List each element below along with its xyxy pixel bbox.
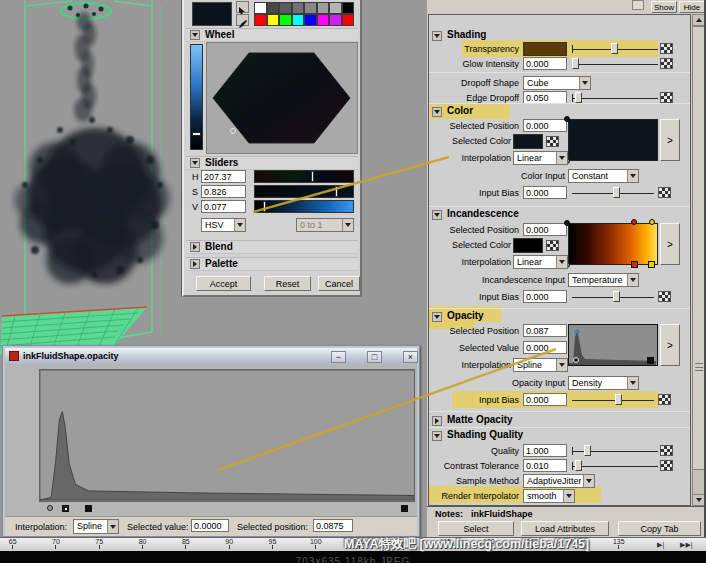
glow-intensity-slider[interactable] [572, 58, 658, 70]
color-input-select[interactable]: Constant [568, 169, 639, 183]
incand-input-bias-input[interactable] [523, 290, 567, 303]
curve-marker[interactable] [647, 357, 654, 364]
gray-swatch[interactable] [292, 2, 305, 14]
opacity-input-select[interactable]: Density [568, 376, 639, 390]
value-slider[interactable] [254, 200, 354, 213]
checker-map-icon[interactable] [660, 460, 673, 471]
checker-map-icon[interactable] [658, 187, 671, 198]
checker-map-icon[interactable] [658, 291, 671, 302]
maximize-icon[interactable] [367, 351, 382, 363]
color-wheel-area[interactable] [206, 42, 358, 154]
gray-swatch[interactable] [317, 2, 330, 14]
saturation-input[interactable] [201, 185, 246, 198]
gray-swatch[interactable] [304, 2, 317, 14]
color-ramp[interactable] [568, 119, 658, 161]
transparency-slider[interactable] [572, 43, 658, 55]
expand-icon[interactable] [190, 242, 200, 252]
incandescence-input-select[interactable]: Temperature [568, 273, 639, 287]
transparency-swatch[interactable] [523, 42, 567, 56]
color-swatch[interactable] [317, 14, 330, 26]
opacity-input-bias-input[interactable] [523, 393, 567, 406]
graph-key-marker[interactable] [47, 505, 53, 511]
opacity-curve[interactable] [40, 412, 414, 500]
ramp-expand-button[interactable]: > [660, 119, 680, 161]
opacity-curve-graph[interactable] [39, 369, 415, 502]
cursor-tool-button[interactable] [236, 1, 249, 13]
color-wheel-hexagon[interactable] [207, 43, 357, 153]
glow-intensity-input[interactable] [523, 57, 567, 70]
hue-slider[interactable] [254, 170, 354, 183]
value-bar-handle[interactable] [192, 132, 201, 136]
window-titlebar[interactable]: inkFluidShape.opacity [5, 348, 417, 364]
gray-swatch[interactable] [342, 2, 355, 14]
range-select[interactable]: 0 to 1 [296, 218, 354, 232]
ramp-marker-yellow[interactable] [649, 219, 655, 225]
value-slider-handle[interactable] [263, 201, 266, 212]
cancel-button[interactable]: Cancel [318, 276, 360, 291]
graph-selected-value-input[interactable] [191, 519, 229, 532]
ramp-marker-square-red[interactable] [631, 261, 638, 268]
checker-map-icon[interactable] [660, 43, 673, 54]
incandescence-ramp[interactable] [568, 223, 658, 265]
color-mode-select[interactable]: HSV [201, 218, 246, 232]
graph-key-marker-selected[interactable] [62, 505, 69, 512]
collapse-icon[interactable] [432, 312, 442, 322]
color-swatch[interactable] [342, 14, 355, 26]
hue-input[interactable] [201, 170, 246, 183]
close-icon[interactable] [403, 351, 418, 363]
hide-button[interactable]: Hide [679, 1, 705, 13]
quality-input[interactable] [523, 444, 567, 457]
value-input[interactable] [201, 200, 246, 213]
gray-swatch[interactable] [254, 2, 267, 14]
load-attributes-button[interactable]: Load Attributes [521, 521, 609, 536]
ramp-marker[interactable] [564, 116, 570, 122]
value-gradient-bar[interactable] [190, 44, 203, 150]
graph-selected-position-input[interactable] [313, 519, 353, 532]
graph-key-marker[interactable] [85, 505, 92, 512]
color-swatch[interactable] [267, 14, 280, 26]
opacity-interpolation-select[interactable]: Spline [513, 358, 568, 372]
curve-marker-selected[interactable] [573, 357, 579, 363]
checker-map-icon[interactable] [660, 92, 673, 103]
color-selected-position-input[interactable] [523, 119, 567, 132]
incand-selected-position-input[interactable] [523, 223, 567, 236]
reset-button[interactable]: Reset [264, 276, 311, 291]
copy-tab-button[interactable]: Copy Tab [618, 521, 701, 536]
accept-button[interactable]: Accept [196, 276, 251, 291]
collapse-icon[interactable] [432, 31, 442, 41]
incand-interpolation-select[interactable]: Linear [513, 255, 568, 269]
hue-slider-handle[interactable] [311, 171, 314, 182]
gray-swatch[interactable] [279, 2, 292, 14]
saturation-slider-handle[interactable] [335, 186, 338, 197]
eyedropper-button[interactable] [236, 14, 249, 26]
expand-icon[interactable] [432, 416, 442, 426]
checker-map-icon[interactable] [546, 136, 559, 147]
color-swatch[interactable] [329, 14, 342, 26]
incand-input-bias-slider[interactable] [572, 291, 654, 303]
ramp-expand-button[interactable]: > [660, 223, 680, 265]
checker-map-icon[interactable] [660, 445, 673, 456]
opacity-curve-preview[interactable] [568, 324, 658, 366]
focus-icon[interactable] [632, 0, 644, 10]
color-swatch[interactable] [304, 14, 317, 26]
color-input-bias-input[interactable] [523, 186, 567, 199]
ramp-marker-red[interactable] [631, 219, 637, 225]
color-swatch[interactable] [279, 14, 292, 26]
quality-slider[interactable] [572, 445, 658, 457]
collapse-icon[interactable] [190, 158, 200, 168]
opacity-input-bias-slider[interactable] [572, 394, 654, 406]
select-button[interactable]: Select [438, 521, 514, 536]
sample-method-select[interactable]: AdaptiveJittered [523, 474, 595, 488]
ramp-marker-square-yellow[interactable] [648, 261, 655, 268]
dropoff-shape-select[interactable]: Cube [523, 76, 591, 90]
show-button[interactable]: Show [651, 1, 677, 13]
fast-forward-icon[interactable]: ▶▶| [680, 541, 693, 549]
color-interpolation-select[interactable]: Linear [513, 151, 568, 165]
collapse-icon[interactable] [190, 30, 200, 40]
contrast-tolerance-input[interactable] [523, 459, 567, 472]
checker-map-icon[interactable] [546, 240, 559, 251]
selected-color-swatch[interactable] [513, 134, 543, 149]
color-swatch[interactable] [254, 14, 267, 26]
render-interpolator-select[interactable]: smooth [523, 489, 575, 503]
collapse-icon[interactable] [432, 431, 442, 441]
